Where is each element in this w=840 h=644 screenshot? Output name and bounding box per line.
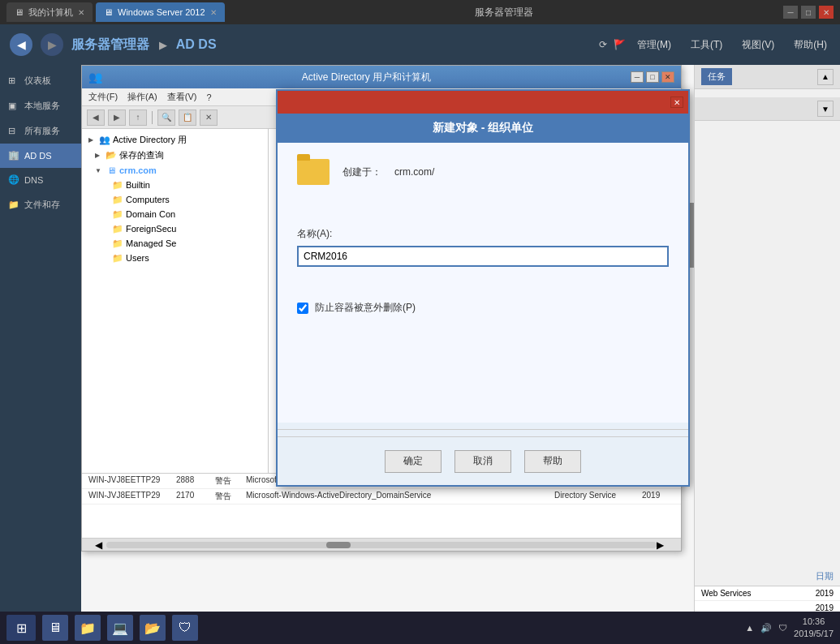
taskbar-icon-4[interactable]: 📂 [140, 615, 166, 641]
service-name-1: Web Services [701, 589, 752, 598]
tree-item-saved-queries[interactable]: ▶ 📂 保存的查询 [92, 148, 265, 163]
prevent-delete-checkbox[interactable] [297, 303, 308, 314]
tab2-close[interactable]: ✕ [210, 8, 217, 17]
ad-menu-file[interactable]: 文件(F) [88, 91, 118, 103]
chevron-down-btn[interactable]: ▼ [817, 101, 834, 117]
name-input[interactable] [297, 246, 669, 267]
tab-windows-server[interactable]: 🖥 Windows Server 2012 ✕ [96, 2, 225, 22]
tree-item-managed-se[interactable]: 📁 Managed Se [98, 236, 265, 251]
date-display: 2019/5/17 [794, 628, 834, 640]
tree-item-computers[interactable]: 📁 Computers [98, 192, 265, 207]
maximize-button[interactable]: □ [801, 6, 816, 19]
right-panel: 任务 ▲ ▼ 日期 Web Services 2019 2019 [694, 65, 840, 644]
menu-manage[interactable]: 管理(M) [634, 35, 674, 55]
refresh-icon[interactable]: ⟳ [599, 39, 607, 50]
right-panel-chevron: ▼ [695, 97, 840, 121]
sidebar-item-dashboard[interactable]: ⊞ 仪表板 [0, 68, 81, 93]
sidebar-item-all[interactable]: ⊟ 所有服务 [0, 118, 81, 144]
ad-menu-action[interactable]: 操作(A) [127, 91, 157, 103]
menu-help[interactable]: 帮助(H) [790, 35, 830, 55]
tree-item-foreign-sec[interactable]: 📁 ForeignSecu [98, 221, 265, 236]
scrollbar-thumb[interactable] [326, 542, 351, 548]
tree-item-root[interactable]: ▶ 👥 Active Directory 用 [85, 132, 265, 148]
tree-item-builtin[interactable]: 📁 Builtin [98, 178, 265, 192]
tree-saved-queries-label: 保存的查询 [119, 149, 164, 161]
log-col-id-2: 2170 [176, 491, 209, 502]
scroll-right-btn[interactable]: ▶ [657, 539, 668, 551]
sidebar-item-local[interactable]: ▣ 本地服务 [0, 93, 81, 118]
taskbar-icon-3[interactable]: 💻 [107, 615, 133, 641]
ad-properties-btn[interactable]: 📋 [179, 109, 196, 126]
ad-menu-view[interactable]: 查看(V) [167, 91, 197, 103]
main-panel: 👥 Active Directory 用户和计算机 ─ □ ✕ 文件(F) 操作… [81, 65, 694, 644]
nav-arrow: ▶ [159, 40, 169, 51]
sidebar-item-adds[interactable]: 🏢 AD DS [0, 144, 81, 168]
sidebar-item-local-label: 本地服务 [24, 100, 60, 112]
ad-window-title-text: Active Directory 用户和计算机 [107, 71, 626, 84]
ad-minimize-btn[interactable]: ─ [631, 71, 644, 83]
taskbar-arrow-icon: ▲ [745, 623, 754, 633]
minimize-button[interactable]: ─ [783, 6, 798, 19]
ad-maximize-btn[interactable]: □ [646, 71, 659, 83]
dialog-body: 创建于： crm.com/ 名称(A): 防止容器被意外删除(P) [278, 143, 688, 423]
tree-item-crm-com[interactable]: ▼ 🖥 crm.com [92, 163, 265, 178]
log-col-type: 警告 [215, 475, 239, 487]
sidebar-item-dns[interactable]: 🌐 DNS [0, 168, 81, 192]
adds-icon: 🏢 [8, 150, 19, 161]
sidebar-item-files[interactable]: 📁 文件和存 [0, 192, 81, 217]
scroll-left-btn[interactable]: ◀ [95, 539, 106, 551]
chevron-up-btn[interactable]: ▲ [817, 69, 834, 85]
dialog-title-bar: ✕ [278, 91, 688, 114]
right-panel-header: 任务 ▲ [695, 65, 840, 89]
nav-menu: 管理(M) 工具(T) 视图(V) 帮助(H) [634, 35, 830, 55]
tab1-close[interactable]: ✕ [78, 8, 84, 17]
window-title: 服务器管理器 [228, 6, 780, 19]
dashboard-icon: ⊞ [8, 75, 19, 87]
ok-button[interactable]: 确定 [385, 450, 442, 473]
ad-back-btn[interactable]: ◀ [87, 109, 105, 126]
nav-back-button[interactable]: ◀ [10, 33, 32, 56]
ad-scrollbar[interactable]: ◀ ▶ [82, 538, 681, 551]
tree-users-label: Users [126, 253, 149, 263]
nav-bar: ◀ ▶ 服务器管理器 ▶ AD DS ⟳ 🚩 管理(M) 工具(T) 视图(V)… [0, 24, 840, 65]
tasks-button[interactable]: 任务 [701, 68, 732, 85]
nav-path-main: 服务器管理器 [71, 37, 149, 51]
server-manager-window: ◀ ▶ 服务器管理器 ▶ AD DS ⟳ 🚩 管理(M) 工具(T) 视图(V)… [0, 24, 840, 644]
log-col-type-2: 警告 [215, 491, 239, 502]
tree-crm-label: crm.com [119, 165, 157, 175]
ad-delete-btn[interactable]: ✕ [200, 109, 218, 126]
nav-icons: ⟳ 🚩 [599, 39, 626, 50]
tree-item-domain-con[interactable]: 📁 Domain Con [98, 207, 265, 221]
log-col-id: 2888 [176, 475, 209, 487]
ad-forward-btn[interactable]: ▶ [108, 109, 126, 126]
taskbar-network-icon: 🔊 [760, 623, 772, 633]
tree-computers-label: Computers [126, 195, 170, 204]
nav-forward-button[interactable]: ▶ [41, 33, 63, 56]
taskbar-icon-5[interactable]: 🛡 [172, 615, 198, 641]
tree-managed-label: Managed Se [126, 238, 176, 248]
taskbar-icon-1[interactable]: 🖥 [42, 615, 68, 641]
ad-search-btn[interactable]: 🔍 [157, 109, 175, 126]
tab-my-computer[interactable]: 🖥 我的计算机 ✕ [6, 2, 93, 22]
tree-domain-label: Domain Con [126, 209, 175, 219]
ad-close-btn[interactable]: ✕ [661, 71, 674, 83]
ad-up-btn[interactable]: ↑ [129, 109, 147, 126]
start-button[interactable]: ⊞ [6, 615, 36, 641]
title-bar: 🖥 我的计算机 ✕ 🖥 Windows Server 2012 ✕ 服务器管理器… [0, 0, 840, 24]
ad-menu-question[interactable]: ? [206, 92, 211, 102]
close-button[interactable]: ✕ [819, 6, 834, 19]
menu-view[interactable]: 视图(V) [739, 35, 778, 55]
taskbar-icon-2[interactable]: 📁 [75, 615, 101, 641]
tree-builtin-label: Builtin [126, 180, 150, 190]
help-button[interactable]: 帮助 [524, 450, 581, 473]
files-icon: 📁 [8, 200, 19, 211]
bottom-taskbar: ⊞ 🖥 📁 💻 📂 🛡 ▲ 🔊 🛡 10:36 2019/5/17 [0, 612, 840, 644]
servers-icon: ⊟ [8, 126, 19, 137]
sidebar-item-files-label: 文件和存 [24, 199, 60, 211]
checkbox-label: 防止容器被意外删除(P) [315, 301, 416, 315]
cancel-button[interactable]: 取消 [454, 450, 511, 473]
menu-tools[interactable]: 工具(T) [687, 35, 726, 55]
tree-root-label: Active Directory 用 [113, 134, 187, 146]
tree-item-users[interactable]: 📁 Users [98, 251, 265, 265]
dialog-close-btn[interactable]: ✕ [670, 97, 683, 108]
